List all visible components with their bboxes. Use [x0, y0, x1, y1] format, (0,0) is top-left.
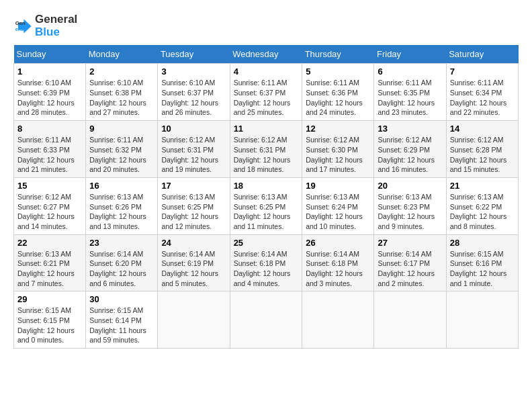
sunrise-label: Sunrise: 6:12 AM	[234, 136, 287, 144]
day-detail: Sunrise: 6:11 AM Sunset: 6:33 PM Dayligh…	[17, 135, 82, 175]
calendar-cell: 17 Sunrise: 6:13 AM Sunset: 6:25 PM Dayl…	[158, 177, 230, 234]
sunset-label: Sunset: 6:25 PM	[161, 203, 214, 211]
sunrise-label: Sunrise: 6:12 AM	[161, 136, 215, 144]
day-detail: Sunrise: 6:14 AM Sunset: 6:20 PM Dayligh…	[89, 249, 154, 289]
sunset-label: Sunset: 6:29 PM	[378, 146, 430, 154]
sunrise-label: Sunrise: 6:13 AM	[234, 193, 287, 201]
sunset-label: Sunset: 6:15 PM	[17, 316, 70, 324]
calendar-cell: 27 Sunrise: 6:14 AM Sunset: 6:17 PM Dayl…	[374, 234, 446, 291]
calendar-cell: 5 Sunrise: 6:11 AM Sunset: 6:36 PM Dayli…	[302, 64, 374, 121]
sunrise-label: Sunrise: 6:14 AM	[306, 250, 359, 258]
calendar-cell: 8 Sunrise: 6:11 AM Sunset: 6:33 PM Dayli…	[14, 121, 86, 178]
daylight-label: Daylight: 12 hours and 8 minutes.	[450, 212, 507, 230]
sunrise-label: Sunrise: 6:13 AM	[161, 193, 215, 201]
calendar-cell: 10 Sunrise: 6:12 AM Sunset: 6:31 PM Dayl…	[158, 121, 230, 178]
day-number: 6	[378, 66, 442, 77]
sunset-label: Sunset: 6:14 PM	[89, 316, 142, 324]
day-number: 8	[17, 124, 82, 134]
daylight-label: Daylight: 12 hours and 14 minutes.	[17, 212, 75, 230]
day-header-wednesday: Wednesday	[230, 45, 302, 64]
page-header: Gen eral General Blue	[13, 13, 519, 38]
daylight-label: Daylight: 12 hours and 6 minutes.	[89, 269, 146, 287]
sunset-label: Sunset: 6:39 PM	[17, 89, 70, 97]
day-detail: Sunrise: 6:11 AM Sunset: 6:36 PM Dayligh…	[306, 78, 370, 118]
sunset-label: Sunset: 6:28 PM	[450, 146, 502, 154]
day-detail: Sunrise: 6:14 AM Sunset: 6:17 PM Dayligh…	[378, 249, 442, 289]
sunset-label: Sunset: 6:31 PM	[234, 146, 286, 154]
sunset-label: Sunset: 6:33 PM	[17, 146, 70, 154]
day-number: 12	[306, 124, 370, 134]
calendar-cell: 12 Sunrise: 6:12 AM Sunset: 6:30 PM Dayl…	[302, 121, 374, 178]
day-number: 27	[378, 238, 442, 248]
sunrise-label: Sunrise: 6:12 AM	[17, 193, 71, 201]
sunrise-label: Sunrise: 6:10 AM	[161, 79, 215, 87]
sunrise-label: Sunrise: 6:11 AM	[89, 136, 143, 144]
sunset-label: Sunset: 6:19 PM	[161, 259, 214, 267]
sunset-label: Sunset: 6:18 PM	[306, 259, 358, 267]
sunset-label: Sunset: 6:31 PM	[161, 146, 214, 154]
day-number: 28	[450, 238, 515, 248]
calendar-cell: 16 Sunrise: 6:13 AM Sunset: 6:26 PM Dayl…	[86, 177, 158, 234]
daylight-label: Daylight: 12 hours and 1 minute.	[450, 269, 507, 287]
calendar-cell: 11 Sunrise: 6:12 AM Sunset: 6:31 PM Dayl…	[230, 121, 302, 178]
sunrise-label: Sunrise: 6:11 AM	[17, 136, 71, 144]
day-number: 10	[161, 124, 226, 134]
day-header-monday: Monday	[86, 45, 158, 64]
day-detail: Sunrise: 6:13 AM Sunset: 6:21 PM Dayligh…	[17, 249, 82, 289]
day-number: 17	[161, 181, 226, 191]
calendar-cell	[374, 291, 446, 349]
daylight-label: Daylight: 12 hours and 3 minutes.	[306, 269, 363, 287]
day-number: 26	[306, 238, 370, 248]
day-detail: Sunrise: 6:14 AM Sunset: 6:19 PM Dayligh…	[161, 249, 226, 289]
calendar-cell: 4 Sunrise: 6:11 AM Sunset: 6:37 PM Dayli…	[230, 64, 302, 121]
day-detail: Sunrise: 6:15 AM Sunset: 6:15 PM Dayligh…	[17, 306, 82, 345]
day-number: 20	[378, 181, 442, 191]
daylight-label: Daylight: 12 hours and 5 minutes.	[161, 269, 218, 287]
daylight-label: Daylight: 12 hours and 23 minutes.	[378, 99, 435, 117]
sunrise-label: Sunrise: 6:12 AM	[450, 136, 504, 144]
day-detail: Sunrise: 6:11 AM Sunset: 6:37 PM Dayligh…	[234, 78, 299, 118]
day-number: 4	[234, 66, 299, 77]
daylight-label: Daylight: 12 hours and 21 minutes.	[17, 156, 75, 174]
daylight-label: Daylight: 12 hours and 26 minutes.	[161, 99, 218, 117]
calendar-table: SundayMondayTuesdayWednesdayThursdayFrid…	[13, 45, 519, 349]
sunset-label: Sunset: 6:37 PM	[234, 89, 286, 97]
calendar-cell: 18 Sunrise: 6:13 AM Sunset: 6:25 PM Dayl…	[230, 177, 302, 234]
daylight-label: Daylight: 12 hours and 16 minutes.	[378, 156, 435, 174]
calendar-cell: 19 Sunrise: 6:13 AM Sunset: 6:24 PM Dayl…	[302, 177, 374, 234]
day-detail: Sunrise: 6:12 AM Sunset: 6:28 PM Dayligh…	[450, 135, 515, 175]
logo-icon: Gen eral	[13, 17, 32, 36]
sunset-label: Sunset: 6:20 PM	[89, 259, 142, 267]
calendar-cell: 22 Sunrise: 6:13 AM Sunset: 6:21 PM Dayl…	[14, 234, 86, 291]
calendar-cell	[302, 291, 374, 349]
calendar-body: 1 Sunrise: 6:10 AM Sunset: 6:39 PM Dayli…	[14, 64, 519, 349]
sunrise-label: Sunrise: 6:11 AM	[306, 79, 359, 87]
sunrise-label: Sunrise: 6:14 AM	[161, 250, 215, 258]
day-detail: Sunrise: 6:13 AM Sunset: 6:24 PM Dayligh…	[306, 192, 370, 232]
daylight-label: Daylight: 12 hours and 15 minutes.	[450, 156, 507, 174]
daylight-label: Daylight: 12 hours and 4 minutes.	[234, 269, 291, 287]
day-number: 15	[17, 181, 82, 191]
calendar-week-1: 1 Sunrise: 6:10 AM Sunset: 6:39 PM Dayli…	[14, 64, 519, 121]
calendar-cell: 7 Sunrise: 6:11 AM Sunset: 6:34 PM Dayli…	[446, 64, 518, 121]
svg-text:eral: eral	[15, 26, 25, 32]
sunset-label: Sunset: 6:16 PM	[450, 259, 502, 267]
daylight-label: Daylight: 12 hours and 7 minutes.	[17, 269, 75, 287]
day-detail: Sunrise: 6:15 AM Sunset: 6:14 PM Dayligh…	[89, 306, 154, 345]
sunset-label: Sunset: 6:24 PM	[306, 203, 358, 211]
day-detail: Sunrise: 6:13 AM Sunset: 6:25 PM Dayligh…	[234, 192, 299, 232]
calendar-cell: 3 Sunrise: 6:10 AM Sunset: 6:37 PM Dayli…	[158, 64, 230, 121]
calendar-cell: 13 Sunrise: 6:12 AM Sunset: 6:29 PM Dayl…	[374, 121, 446, 178]
day-detail: Sunrise: 6:15 AM Sunset: 6:16 PM Dayligh…	[450, 249, 515, 289]
calendar-cell: 2 Sunrise: 6:10 AM Sunset: 6:38 PM Dayli…	[86, 64, 158, 121]
sunrise-label: Sunrise: 6:13 AM	[89, 193, 143, 201]
sunset-label: Sunset: 6:37 PM	[161, 89, 214, 97]
sunrise-label: Sunrise: 6:13 AM	[306, 193, 359, 201]
day-detail: Sunrise: 6:10 AM Sunset: 6:37 PM Dayligh…	[161, 78, 226, 118]
day-header-saturday: Saturday	[446, 45, 518, 64]
sunrise-label: Sunrise: 6:13 AM	[450, 193, 504, 201]
day-detail: Sunrise: 6:12 AM Sunset: 6:29 PM Dayligh…	[378, 135, 442, 175]
sunrise-label: Sunrise: 6:14 AM	[234, 250, 287, 258]
calendar-week-2: 8 Sunrise: 6:11 AM Sunset: 6:33 PM Dayli…	[14, 121, 519, 178]
sunrise-label: Sunrise: 6:15 AM	[89, 306, 143, 314]
